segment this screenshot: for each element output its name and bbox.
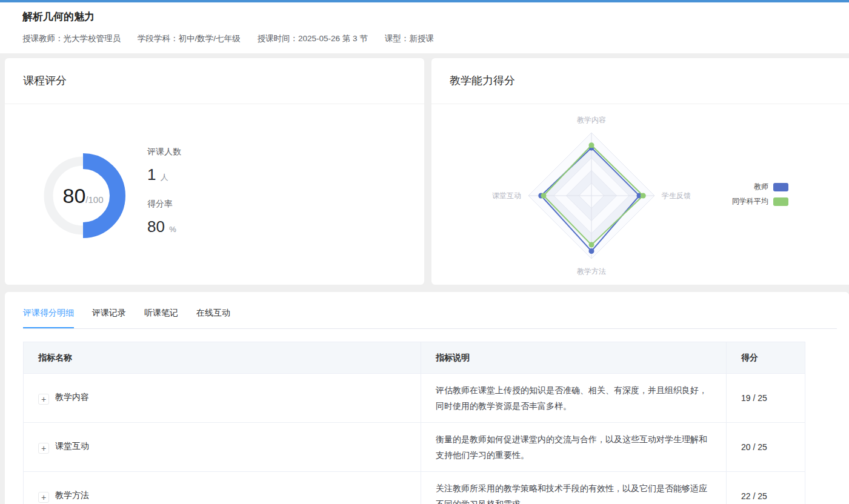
column-header-indicator-desc: 指标说明 [421,342,727,374]
indicator-description: 评估教师在课堂上传授的知识是否准确、相关、有深度，并且组织良好，同时使用的教学资… [421,374,727,423]
radar-indicator-label: 教学内容 [577,116,606,124]
expand-row-icon[interactable]: + [38,443,49,454]
course-meta-item: 学段学科：初中/数学/七年级 [138,33,241,44]
radar-data-point [641,193,646,199]
detail-panel: 评课得分明细评课记录听课笔记在线互动 指标名称 指标说明 得分 +教学内容评估教… [5,292,849,504]
donut-score-value: 80 [62,184,85,208]
radar-legend-item[interactable]: 同学科平均 [732,196,788,207]
indicator-score: 20 / 25 [727,423,805,472]
course-meta-item: 授课时间：2025-05-26 第 3 节 [258,33,368,44]
radar-legend: 教师同学科平均 [732,182,788,207]
course-meta-item: 授课教师：光大学校管理员 [22,33,121,44]
radar-legend-item[interactable]: 教师 [754,182,788,192]
tab-在线互动[interactable]: 在线互动 [196,308,230,328]
table-row: +课堂互动衡量的是教师如何促进课堂内的交流与合作，以及这些互动对学生理解和支持他… [24,423,805,472]
expand-row-icon[interactable]: + [38,492,49,503]
legend-color-marker [773,183,788,191]
donut-center-label: 80 /100 [35,147,132,244]
score-detail-table: 指标名称 指标说明 得分 +教学内容评估教师在课堂上传授的知识是否准确、相关、有… [23,342,805,504]
tab-评课得分明细[interactable]: 评课得分明细 [23,308,74,328]
course-meta-item: 课型：新授课 [385,33,434,44]
tab-评课记录[interactable]: 评课记录 [92,308,126,328]
legend-series-name: 教师 [754,182,768,192]
table-row: +教学方法关注教师所采用的教学策略和技术手段的有效性，以及它们是否能够适应不同的… [24,472,805,504]
radar-data-point [589,248,594,254]
page-title: 解析几何的魅力 [22,10,849,24]
radar-data-point [541,193,546,199]
score-stats: 评课人数1 人得分率80 % [147,147,181,236]
stat-unit: % [169,225,176,234]
indicator-description: 衡量的是教师如何促进课堂内的交流与合作，以及这些互动对学生理解和支持他们学习的重… [421,423,727,472]
indicator-score: 22 / 25 [727,472,805,504]
radar-data-point [589,242,594,248]
donut-score-max: /100 [85,194,103,205]
radar-data-point [589,142,594,148]
tab-听课笔记[interactable]: 听课笔记 [144,308,178,328]
radar-indicator-label: 课堂互动 [492,191,521,200]
course-meta-row: 授课教师：光大学校管理员学段学科：初中/数学/七年级授课时间：2025-05-2… [22,33,849,44]
stat-unit: 人 [161,173,168,182]
indicator-description: 关注教师所采用的教学策略和技术手段的有效性，以及它们是否能够适应不同的学习风格和… [421,472,727,504]
detail-tabs: 评课得分明细评课记录听课笔记在线互动 [23,292,837,329]
expand-row-icon[interactable]: + [38,394,49,405]
teaching-ability-title: 教学能力得分 [450,75,515,87]
stat-value: 1 人 [147,165,181,184]
column-header-score: 得分 [727,342,805,374]
indicator-name: 教学方法 [55,490,89,500]
indicator-score: 19 / 25 [727,374,805,423]
course-score-donut: 80 /100 [35,147,132,244]
summary-cards-row: 课程评分 80 /100 评课人数1 人得分率80 % 教学能力得分 教学内容学… [5,58,849,285]
column-header-indicator-name: 指标名称 [24,342,421,374]
radar-indicator-label: 教学方法 [577,267,606,276]
course-score-title: 课程评分 [23,75,67,87]
radar-indicator-label: 学生反馈 [662,191,691,200]
teaching-ability-card: 教学能力得分 教学内容学生反馈教学方法课堂互动 教师同学科平均 [431,58,849,285]
legend-color-marker [773,197,788,206]
indicator-name: 课堂互动 [55,441,89,451]
indicator-name: 教学内容 [55,392,89,402]
stat-value: 80 % [147,217,181,236]
legend-series-name: 同学科平均 [732,196,768,207]
stat-label: 得分率 [147,199,181,210]
table-row: +教学内容评估教师在课堂上传授的知识是否准确、相关、有深度，并且组织良好，同时使… [24,374,805,423]
course-score-card-header: 课程评分 [5,58,424,104]
stat-label: 评课人数 [147,147,181,158]
teaching-ability-card-header: 教学能力得分 [431,58,849,104]
table-header-row: 指标名称 指标说明 得分 [24,342,805,374]
course-score-card: 课程评分 80 /100 评课人数1 人得分率80 % [5,58,424,285]
course-header: 解析几何的魅力 授课教师：光大学校管理员学段学科：初中/数学/七年级授课时间：2… [0,2,849,53]
